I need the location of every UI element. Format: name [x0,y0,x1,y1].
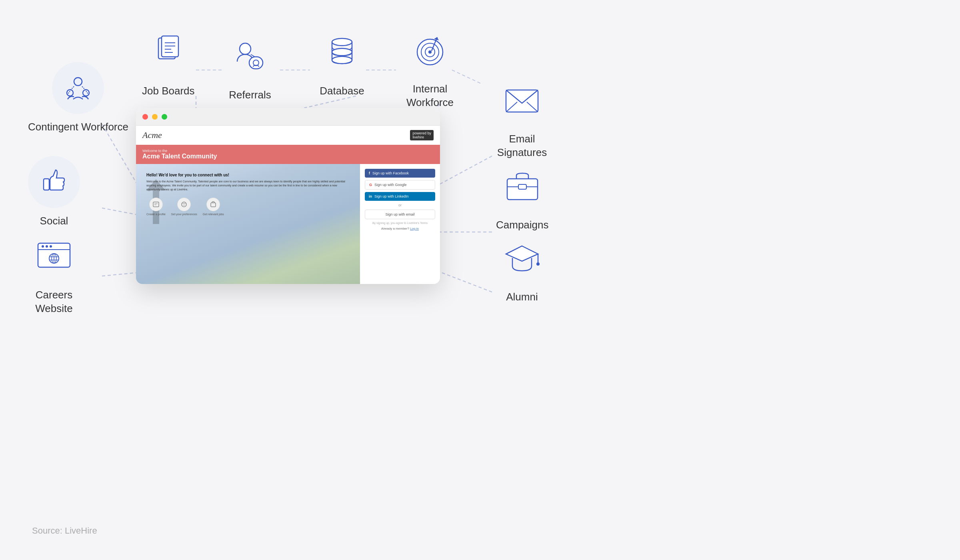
get-jobs-label: Get relevant jobs [203,213,224,216]
social-icon [38,166,70,198]
job-boards-icon [150,34,186,70]
svg-point-16 [83,90,89,96]
linkedin-btn[interactable]: in Sign up with LinkedIn [365,192,435,201]
svg-point-26 [332,38,352,46]
email-signatures-icon-bg [496,74,548,126]
browser-toolbar [136,108,440,126]
database-node: Database [316,26,368,98]
email-signatures-icon [502,80,542,120]
referrals-label: Referrals [229,88,271,102]
svg-point-44 [42,245,44,248]
internal-workforce-node: InternalWorkforce [404,24,456,110]
job-boards-node: Job Boards [142,26,195,98]
google-btn[interactable]: G Sign up with Google [365,180,435,190]
left-panel: Hello! We'd love for you to connect with… [136,164,360,284]
set-preferences-label: Set your preferences [171,213,197,216]
svg-rect-61 [211,203,216,207]
alumni-node: Alumni [496,232,548,304]
contingent-workforce-icon-bg [52,62,104,114]
hero-title: Acme Talent Community [142,153,434,160]
google-icon: G [369,183,372,187]
careers-website-icon-bg [28,230,80,282]
email-btn[interactable]: Sign up with email [365,210,435,219]
svg-rect-38 [44,179,49,190]
create-profile-item: Create a profile [146,198,166,216]
traffic-light-red [142,114,148,120]
facebook-icon: f [369,171,370,175]
svg-point-46 [50,245,52,248]
careers-website-label: CareersWebsite [35,288,72,316]
body-text: Welcome to the Acme Talent Community. Ta… [146,180,350,191]
acme-logo: Acme [142,130,162,140]
social-icon-bg [28,156,80,208]
campaigns-icon-bg [496,160,548,212]
contingent-workforce-node: Contingent Workforce [28,62,128,134]
svg-rect-41 [518,184,526,189]
right-panel: f Sign up with Facebook G Sign up with G… [360,164,440,284]
job-boards-icon-bg [142,26,194,78]
svg-rect-55 [153,202,159,207]
contingent-workforce-label: Contingent Workforce [28,120,128,134]
set-preferences-item: Set your preferences [171,198,197,216]
browser-window: Acme powered bylivehire Welcome to the A… [136,108,440,284]
svg-point-28 [332,56,352,64]
referrals-icon [230,36,270,76]
database-icon [324,34,360,70]
get-jobs-icon [206,198,220,211]
alumni-label: Alumni [506,290,538,304]
linkedin-icon: in [369,194,372,198]
already-member: Already a member? Log in [365,227,435,230]
svg-point-15 [67,90,73,96]
contingent-workforce-icon [62,72,94,104]
svg-point-23 [240,43,251,54]
internal-workforce-icon [410,30,450,70]
welcome-small: Welcome to the [142,149,434,153]
email-signatures-label: EmailSignatures [497,132,547,160]
log-in-link[interactable]: Log in [410,227,419,230]
facebook-btn[interactable]: f Sign up with Facebook [365,169,435,178]
social-node: Social [28,156,80,228]
main-canvas: Contingent Workforce Job Boards [0,0,960,560]
livehire-badge: powered bylivehire [410,130,434,140]
terms-text: By signing up, you agree to LiveHire's T… [365,222,435,224]
hero-banner: Welcome to the Acme Talent Community [136,145,440,164]
careers-website-node: CareersWebsite [28,230,80,316]
campaigns-label: Campaigns [496,218,549,232]
email-signatures-node: EmailSignatures [496,74,548,160]
campaigns-node: Campaigns [496,160,549,232]
traffic-light-green [162,114,167,120]
or-divider: or [365,203,435,207]
browser-header-bar: Acme powered bylivehire [136,126,440,145]
referrals-icon-bg [224,30,276,82]
create-profile-label: Create a profile [146,213,166,216]
source-text: Source: LiveHire [32,526,97,536]
database-label: Database [320,84,364,98]
svg-point-54 [536,262,540,266]
svg-marker-52 [506,246,538,261]
svg-rect-35 [506,90,538,112]
alumni-icon [502,238,542,278]
svg-line-13 [452,70,482,84]
svg-point-25 [253,60,259,66]
referrals-node: Referrals [224,30,276,102]
campaigns-icon [502,166,542,206]
svg-point-27 [332,48,352,56]
create-profile-icon [149,198,163,211]
set-preferences-icon [177,198,191,211]
alumni-icon-bg [496,232,548,284]
headline: Hello! We'd love for you to connect with… [146,173,350,177]
svg-point-45 [46,245,48,248]
main-content-area: Hello! We'd love for you to connect with… [136,164,440,284]
browser-content: Acme powered bylivehire Welcome to the A… [136,126,440,284]
svg-point-14 [74,78,82,86]
get-jobs-item: Get relevant jobs [203,198,224,216]
svg-point-32 [428,50,432,54]
svg-line-5 [440,156,492,184]
database-icon-bg [316,26,368,78]
svg-point-58 [182,202,186,207]
traffic-light-yellow [152,114,158,120]
svg-line-9 [440,272,492,292]
internal-workforce-label: InternalWorkforce [406,82,454,110]
social-label: Social [40,214,68,228]
job-boards-label: Job Boards [142,84,195,98]
